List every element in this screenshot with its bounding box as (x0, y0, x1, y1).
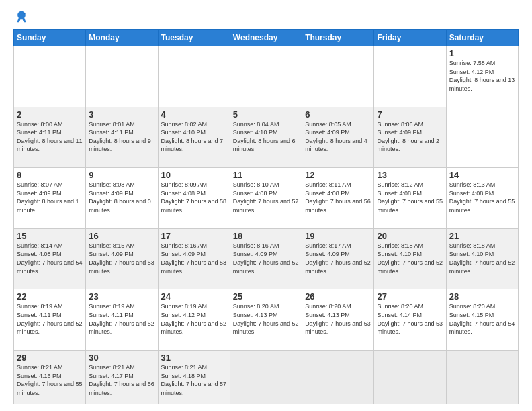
day-number: 14 (449, 170, 515, 180)
day-cell-10: 10Sunrise: 8:09 AMSunset: 4:08 PMDayligh… (158, 168, 230, 229)
day-info: Sunrise: 8:19 AMSunset: 4:12 PMDaylight:… (161, 303, 227, 335)
day-number: 5 (233, 109, 299, 120)
day-number: 26 (305, 291, 371, 302)
day-cell-31: 31Sunrise: 8:21 AMSunset: 4:18 PMDayligh… (158, 351, 230, 404)
day-number: 18 (233, 231, 299, 241)
day-cell-24: 24Sunrise: 8:19 AMSunset: 4:12 PMDayligh… (158, 289, 230, 351)
day-cell-29: 29Sunrise: 8:21 AMSunset: 4:16 PMDayligh… (14, 351, 86, 404)
day-number: 10 (161, 170, 227, 180)
day-number: 19 (305, 231, 371, 241)
day-cell-5: 5Sunrise: 8:04 AMSunset: 4:10 PMDaylight… (230, 107, 302, 168)
day-cell-23: 23Sunrise: 8:19 AMSunset: 4:11 PMDayligh… (86, 289, 158, 351)
day-number: 7 (377, 109, 443, 120)
day-header-sunday: Sunday (14, 30, 86, 46)
day-cell-15: 15Sunrise: 8:14 AMSunset: 4:08 PMDayligh… (14, 228, 86, 289)
day-number: 2 (17, 109, 83, 120)
day-info: Sunrise: 8:18 AMSunset: 4:10 PMDaylight:… (449, 242, 515, 275)
day-cell-20: 20Sunrise: 8:18 AMSunset: 4:10 PMDayligh… (374, 228, 446, 289)
day-cell-14: 14Sunrise: 8:13 AMSunset: 4:08 PMDayligh… (446, 168, 518, 229)
day-number: 11 (233, 170, 299, 180)
day-number: 31 (161, 353, 227, 363)
day-cell-28: 28Sunrise: 8:20 AMSunset: 4:15 PMDayligh… (446, 289, 518, 351)
day-header-saturday: Saturday (446, 30, 518, 46)
day-number: 13 (377, 170, 443, 180)
header (13, 10, 519, 24)
day-cell-2: 2Sunrise: 8:00 AMSunset: 4:11 PMDaylight… (14, 107, 86, 168)
day-info: Sunrise: 8:20 AMSunset: 4:15 PMDaylight:… (449, 303, 515, 335)
day-number: 24 (161, 291, 227, 302)
day-number: 20 (377, 231, 443, 241)
day-number: 8 (17, 170, 83, 180)
day-info: Sunrise: 8:14 AMSunset: 4:08 PMDaylight:… (17, 242, 83, 275)
day-cell-22: 22Sunrise: 8:19 AMSunset: 4:11 PMDayligh… (14, 289, 86, 351)
empty-cell (374, 351, 446, 404)
day-header-monday: Monday (86, 30, 158, 46)
day-cell-27: 27Sunrise: 8:20 AMSunset: 4:14 PMDayligh… (374, 289, 446, 351)
day-number: 15 (17, 231, 83, 241)
day-number: 28 (449, 291, 515, 302)
day-info: Sunrise: 8:20 AMSunset: 4:13 PMDaylight:… (305, 303, 371, 335)
day-cell-9: 9Sunrise: 8:08 AMSunset: 4:09 PMDaylight… (86, 168, 158, 229)
day-number: 17 (161, 231, 227, 241)
day-number: 30 (89, 353, 154, 363)
day-info: Sunrise: 8:21 AMSunset: 4:16 PMDaylight:… (17, 364, 83, 396)
empty-cell (302, 46, 374, 107)
day-number: 3 (89, 109, 154, 120)
day-info: Sunrise: 8:12 AMSunset: 4:08 PMDaylight:… (377, 181, 443, 214)
page: SundayMondayTuesdayWednesdayThursdayFrid… (0, 0, 532, 411)
day-info: Sunrise: 8:15 AMSunset: 4:09 PMDaylight:… (89, 242, 154, 275)
day-number: 21 (449, 231, 515, 241)
day-header-friday: Friday (374, 30, 446, 46)
empty-cell (230, 46, 302, 107)
day-cell-1: 1Sunrise: 7:58 AMSunset: 4:12 PMDaylight… (446, 46, 518, 107)
day-info: Sunrise: 8:16 AMSunset: 4:09 PMDaylight:… (161, 242, 227, 275)
day-cell-25: 25Sunrise: 8:20 AMSunset: 4:13 PMDayligh… (230, 289, 302, 351)
day-info: Sunrise: 8:20 AMSunset: 4:14 PMDaylight:… (377, 303, 443, 335)
day-number: 1 (449, 48, 515, 58)
empty-cell (374, 46, 446, 107)
day-header-thursday: Thursday (302, 30, 374, 46)
day-number: 6 (305, 109, 371, 120)
logo (13, 10, 28, 24)
logo-bird-icon (15, 10, 28, 24)
day-info: Sunrise: 8:07 AMSunset: 4:09 PMDaylight:… (17, 181, 79, 214)
day-number: 16 (89, 231, 154, 241)
day-info: Sunrise: 8:20 AMSunset: 4:13 PMDaylight:… (233, 303, 299, 335)
day-number: 23 (89, 291, 154, 302)
header-row: SundayMondayTuesdayWednesdayThursdayFrid… (14, 30, 519, 46)
day-info: Sunrise: 8:09 AMSunset: 4:08 PMDaylight:… (161, 181, 227, 214)
empty-cell (158, 46, 230, 107)
day-number: 22 (17, 291, 83, 302)
empty-cell (302, 351, 374, 404)
day-number: 29 (17, 353, 83, 363)
day-info: Sunrise: 8:10 AMSunset: 4:08 PMDaylight:… (233, 181, 299, 214)
day-cell-12: 12Sunrise: 8:11 AMSunset: 4:08 PMDayligh… (302, 168, 374, 229)
day-info: Sunrise: 8:16 AMSunset: 4:09 PMDaylight:… (233, 242, 299, 275)
day-cell-26: 26Sunrise: 8:20 AMSunset: 4:13 PMDayligh… (302, 289, 374, 351)
day-info: Sunrise: 8:18 AMSunset: 4:10 PMDaylight:… (377, 242, 443, 275)
day-info: Sunrise: 8:02 AMSunset: 4:10 PMDaylight:… (161, 121, 224, 153)
day-info: Sunrise: 8:01 AMSunset: 4:11 PMDaylight:… (89, 121, 151, 153)
day-info: Sunrise: 8:04 AMSunset: 4:10 PMDaylight:… (233, 121, 296, 153)
day-number: 4 (161, 109, 227, 120)
day-cell-18: 18Sunrise: 8:16 AMSunset: 4:09 PMDayligh… (230, 228, 302, 289)
day-info: Sunrise: 8:08 AMSunset: 4:09 PMDaylight:… (89, 181, 151, 214)
day-cell-11: 11Sunrise: 8:10 AMSunset: 4:08 PMDayligh… (230, 168, 302, 229)
day-number: 12 (305, 170, 371, 180)
day-number: 25 (233, 291, 299, 302)
day-info: Sunrise: 8:05 AMSunset: 4:09 PMDaylight:… (305, 121, 367, 153)
day-cell-7: 7Sunrise: 8:06 AMSunset: 4:09 PMDaylight… (374, 107, 446, 168)
day-info: Sunrise: 8:21 AMSunset: 4:17 PMDaylight:… (89, 364, 154, 396)
day-info: Sunrise: 8:13 AMSunset: 4:08 PMDaylight:… (449, 181, 515, 214)
day-info: Sunrise: 8:19 AMSunset: 4:11 PMDaylight:… (17, 303, 83, 335)
empty-cell (14, 46, 86, 107)
day-cell-30: 30Sunrise: 8:21 AMSunset: 4:17 PMDayligh… (86, 351, 158, 404)
day-cell-21: 21Sunrise: 8:18 AMSunset: 4:10 PMDayligh… (446, 228, 518, 289)
day-info: Sunrise: 8:00 AMSunset: 4:11 PMDaylight:… (17, 121, 83, 153)
day-number: 27 (377, 291, 443, 302)
day-info: Sunrise: 8:19 AMSunset: 4:11 PMDaylight:… (89, 303, 154, 335)
day-number: 9 (89, 170, 154, 180)
day-cell-13: 13Sunrise: 8:12 AMSunset: 4:08 PMDayligh… (374, 168, 446, 229)
day-cell-4: 4Sunrise: 8:02 AMSunset: 4:10 PMDaylight… (158, 107, 230, 168)
day-cell-6: 6Sunrise: 8:05 AMSunset: 4:09 PMDaylight… (302, 107, 374, 168)
